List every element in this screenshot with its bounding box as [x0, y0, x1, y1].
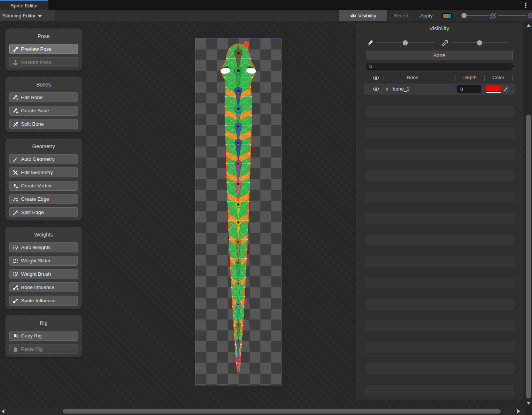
sprite-canvas[interactable]: [195, 38, 282, 385]
empty-bone-row: [365, 256, 514, 267]
paste-rig-icon: [13, 346, 18, 352]
tool-button-label: Restore Pose: [21, 59, 51, 65]
empty-bone-row: [365, 224, 514, 235]
scroll-up-arrow[interactable]: [526, 24, 531, 27]
bone-table-row[interactable]: bone_1: [364, 84, 515, 95]
sprite-influence-button[interactable]: Sprite Influence: [9, 296, 78, 306]
bone-joint[interactable]: [236, 89, 240, 92]
auto-geometry-button[interactable]: Auto Geometry: [9, 154, 78, 164]
bone-joint[interactable]: [236, 51, 240, 55]
scroll-down-arrow[interactable]: [526, 402, 531, 405]
paste-rig-button[interactable]: Paste Rig: [9, 344, 78, 354]
vertical-scrollbar-thumb[interactable]: [526, 115, 531, 398]
editor-background: PosePreview PoseRestore PoseBonesEdit Bo…: [0, 21, 532, 408]
preview-pose-button[interactable]: Preview Pose: [9, 44, 78, 54]
empty-bone-row: [365, 374, 514, 385]
eyedropper-button[interactable]: [501, 85, 510, 93]
split-bone-button[interactable]: Split Bone: [9, 119, 78, 129]
bone-joint[interactable]: [237, 341, 239, 343]
empty-bone-row: [365, 203, 514, 213]
split-edge-button[interactable]: Split Edge: [9, 207, 78, 217]
bone-joint[interactable]: [237, 324, 239, 326]
eye-icon: [350, 13, 356, 19]
bone-influence-icon: [13, 285, 18, 290]
bone-joint[interactable]: [237, 241, 240, 243]
bone-name-label: bone_1: [393, 86, 409, 92]
bone-joint[interactable]: [237, 262, 240, 264]
mesh-opacity-slider-knob[interactable]: [477, 40, 482, 45]
expand-triangle-icon[interactable]: [386, 87, 389, 91]
revert-button[interactable]: Revert: [388, 10, 415, 21]
bone-color-swatch[interactable]: [486, 85, 501, 93]
bone-joint[interactable]: [237, 282, 239, 285]
kebab-menu-icon[interactable]: [523, 1, 528, 9]
visibility-toggle-button[interactable]: Visibility: [339, 10, 387, 21]
bone-joint[interactable]: [237, 303, 239, 306]
empty-bone-row: [365, 385, 514, 395]
weight-slider-button[interactable]: Weight Slider: [9, 256, 78, 266]
visibility-panel: Visibility Bone: [356, 23, 523, 400]
sprite-opacity-slider-knob[interactable]: [461, 13, 467, 18]
empty-bone-row: [365, 149, 514, 160]
bone-joint[interactable]: [236, 69, 240, 72]
column-separator: [512, 75, 513, 81]
bone-joint[interactable]: [237, 107, 240, 110]
bone-joint[interactable]: [237, 357, 239, 359]
empty-bone-row: [365, 192, 514, 203]
tab-bar: Sprite Editor: [0, 0, 532, 10]
create-vertex-icon: [13, 183, 18, 189]
tool-group-geometry: GeometryAuto GeometryEdit GeometryCreate…: [5, 138, 82, 221]
tool-button-label: Bone Influence: [21, 285, 54, 290]
bone-influence-button[interactable]: Bone Influence: [9, 282, 78, 292]
bone-joint[interactable]: [237, 162, 240, 165]
bone-tab[interactable]: Bone: [366, 51, 513, 60]
apply-button[interactable]: Apply: [415, 10, 438, 21]
horizontal-scrollbar: [0, 408, 525, 415]
copy-rig-button[interactable]: Copy Rig: [9, 331, 78, 341]
bone-visibility-eye-icon[interactable]: [373, 87, 379, 92]
eye-column-icon: [373, 76, 379, 81]
sprite-rgb-toggle-icon[interactable]: [442, 13, 452, 18]
column-header-bone: Bone: [383, 75, 442, 80]
tab-title: Sprite Editor: [10, 3, 38, 8]
restore-pose-button[interactable]: Restore Pose: [9, 57, 78, 67]
bone-joint[interactable]: [237, 125, 240, 128]
scroll-left-arrow[interactable]: [1, 409, 4, 414]
empty-bone-row: [365, 310, 514, 320]
vertical-scrollbar: [525, 21, 532, 408]
bone-opacity-slider-knob[interactable]: [403, 40, 408, 45]
weight-brush-icon: [13, 271, 18, 277]
split-edge-icon: [13, 210, 18, 215]
create-bone-button[interactable]: Create Bone: [9, 106, 78, 116]
scroll-right-arrow[interactable]: [517, 409, 520, 414]
weight-brush-button[interactable]: Weight Brush: [9, 269, 78, 279]
sprite-influence-icon: [13, 298, 18, 304]
search-input[interactable]: [373, 64, 509, 69]
copy-rig-icon: [13, 333, 18, 339]
tool-button-label: Create Bone: [21, 108, 49, 113]
edit-geometry-button[interactable]: Edit Geometry: [9, 167, 78, 177]
empty-bone-row: [365, 331, 514, 342]
auto-weights-button[interactable]: Auto Weights: [9, 242, 78, 252]
tool-button-label: Create Vertex: [21, 183, 52, 188]
bone-depth-input[interactable]: [457, 85, 481, 93]
create-vertex-button[interactable]: Create Vertex: [9, 181, 78, 191]
create-edge-button[interactable]: Create Edge: [9, 194, 78, 204]
bone-table-header: Bone Depth Color: [364, 73, 515, 83]
empty-bone-row: [365, 288, 514, 299]
horizontal-scrollbar-thumb[interactable]: [63, 409, 501, 414]
tool-button-label: Edit Geometry: [21, 170, 53, 175]
edit-geometry-icon: [13, 170, 18, 176]
bone-color-swatch-fill: [486, 85, 501, 91]
bone-joint[interactable]: [237, 142, 240, 144]
empty-bone-row: [365, 278, 514, 288]
bone-joint[interactable]: [237, 183, 240, 186]
weights-opacity-slider[interactable]: [498, 15, 527, 16]
bone-joint[interactable]: [237, 203, 239, 205]
tab-sprite-editor[interactable]: Sprite Editor: [0, 0, 48, 10]
eyedropper-icon: [503, 87, 508, 92]
edit-bone-button[interactable]: Edit Bone: [9, 92, 78, 102]
bone-joint[interactable]: [237, 221, 239, 224]
split-bone-icon: [13, 121, 18, 127]
skinning-editor-dropdown[interactable]: Skinning Editor: [0, 10, 55, 21]
